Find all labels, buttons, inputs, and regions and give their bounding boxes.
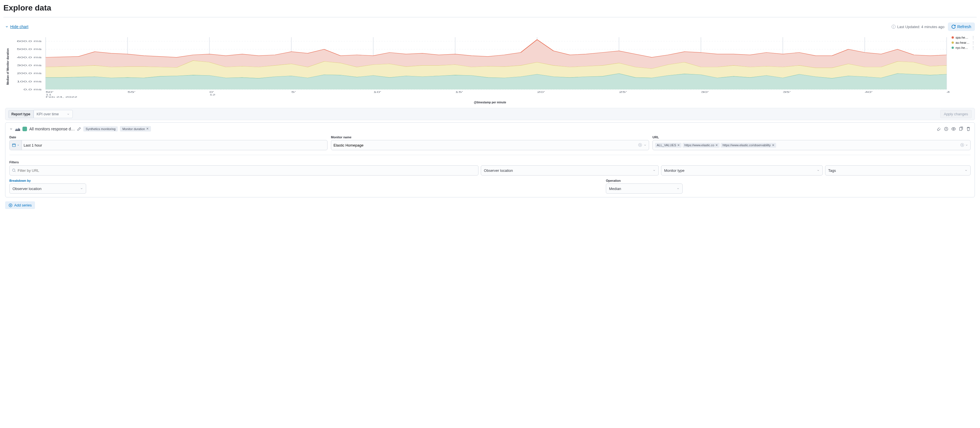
report-type-select[interactable]: KPI over time (33, 110, 73, 118)
svg-text:12: 12 (210, 94, 215, 96)
x-axis-label: @timestamp per minute (3, 101, 977, 104)
clear-icon[interactable]: ⓧ (638, 143, 642, 148)
svg-text:400.0 ms: 400.0 ms (17, 55, 41, 59)
svg-text:50': 50' (46, 90, 54, 94)
svg-text:600.0 ms: 600.0 ms (17, 40, 41, 43)
tag-remove-icon[interactable]: ✕ (146, 127, 149, 131)
report-type-value: KPI over time (37, 112, 59, 116)
chip-remove-icon[interactable]: ✕ (715, 143, 718, 147)
monitor-type-filter[interactable]: Monitor type (661, 165, 823, 176)
visibility-icon[interactable] (951, 127, 956, 131)
explore-icon[interactable] (944, 127, 948, 131)
tag-monitor-duration: Monitor duration ✕ (120, 126, 151, 132)
svg-text:0': 0' (210, 90, 214, 94)
hide-chart-link[interactable]: Hide chart (5, 24, 29, 29)
svg-text:35': 35' (783, 90, 791, 94)
report-type-label: Report type (8, 110, 33, 118)
date-label: Date (10, 135, 328, 139)
chevron-down-icon (5, 25, 8, 29)
svg-point-45 (13, 169, 15, 171)
operation-label: Operation (606, 179, 739, 182)
copy-icon[interactable] (959, 127, 963, 131)
legend-item[interactable]: spa-heartb…⋮ (951, 35, 975, 40)
date-picker[interactable]: Last 1 hour (10, 140, 328, 150)
delete-icon[interactable] (966, 127, 970, 131)
config-bar: Report type KPI over time Apply changes (5, 108, 975, 120)
svg-text:20': 20' (537, 90, 545, 94)
svg-rect-43 (959, 127, 962, 130)
svg-text:10': 10' (373, 90, 381, 94)
last-updated-text: Last Updated: 4 minutes ago (897, 25, 945, 29)
title-separator (3, 17, 977, 17)
url-label: URL (652, 135, 970, 139)
page-title: Explore data (3, 3, 977, 13)
monitor-name-field[interactable] (334, 143, 636, 147)
legend-item[interactable]: au-heartbeat⋮ (951, 41, 975, 44)
url-input[interactable]: ALL_VALUES✕ https://www.elastic.co✕ http… (652, 140, 970, 150)
chart-legend: spa-heartb…⋮au-heartbeat⋮nyc-heartb…⋮ (949, 35, 975, 98)
search-icon (12, 168, 16, 173)
chip-remove-icon[interactable]: ✕ (772, 143, 775, 147)
svg-text:55': 55' (128, 90, 135, 94)
svg-text:30': 30' (701, 90, 709, 94)
legend-item[interactable]: nyc-heartb…⋮ (951, 46, 975, 50)
svg-text:500.0 ms: 500.0 ms (17, 48, 41, 51)
chevron-down-icon[interactable] (965, 144, 968, 147)
url-chip-2: https://www.elastic.co/observability✕ (721, 143, 776, 148)
edit-icon[interactable] (77, 127, 81, 131)
legend-menu-icon[interactable]: ⋮ (972, 46, 975, 50)
filter-url-field[interactable] (18, 168, 476, 173)
legend-menu-icon[interactable]: ⋮ (972, 41, 975, 44)
series-name: All monitors response d… (29, 127, 75, 131)
svg-text:5': 5' (291, 90, 296, 94)
area-chart-icon (15, 127, 20, 131)
attach-icon[interactable] (937, 127, 941, 131)
last-updated: i Last Updated: 4 minutes ago (892, 25, 945, 29)
svg-text:300.0 ms: 300.0 ms (17, 64, 41, 67)
refresh-icon (951, 25, 956, 29)
filters-label: Filters (10, 160, 19, 164)
breakdown-select[interactable]: Observer location (10, 184, 86, 194)
operation-select[interactable]: Median (606, 184, 682, 194)
date-value: Last 1 hour (24, 143, 42, 147)
observer-location-filter[interactable]: Observer location (481, 165, 659, 176)
chip-remove-icon[interactable]: ✕ (677, 143, 680, 147)
chevron-down-icon (67, 113, 70, 116)
y-axis-label: Median of Monitor duration (5, 35, 10, 98)
add-series-button[interactable]: Add series (5, 201, 35, 209)
clear-icon[interactable]: ⓧ (960, 143, 964, 148)
url-chip-all: ALL_VALUES✕ (655, 143, 681, 148)
svg-text:0.0 ms: 0.0 ms (24, 88, 42, 91)
svg-point-42 (953, 128, 954, 130)
chart-area[interactable]: 0.0 ms100.0 ms200.0 ms300.0 ms400.0 ms50… (10, 35, 949, 98)
tags-filter[interactable]: Tags (825, 165, 970, 176)
chevron-down-icon[interactable] (644, 144, 646, 147)
info-icon: i (892, 25, 896, 29)
svg-text:25': 25' (619, 90, 627, 94)
series-color-swatch[interactable] (22, 127, 27, 131)
svg-text:200.0 ms: 200.0 ms (17, 72, 41, 75)
svg-rect-44 (13, 144, 16, 147)
calendar-icon (10, 140, 22, 150)
svg-text:15': 15' (455, 90, 463, 94)
tag-synthetics: Synthetics monitoring (83, 126, 118, 132)
series-collapse-toggle[interactable] (10, 127, 13, 131)
plus-circle-icon (8, 203, 13, 207)
url-chip-1: https://www.elastic.co✕ (682, 143, 719, 148)
filter-url-input[interactable] (10, 165, 479, 176)
svg-point-41 (945, 127, 948, 131)
breakdown-label[interactable]: Breakdown by (10, 179, 142, 182)
series-panel: All monitors response d… Synthetics moni… (5, 122, 975, 197)
svg-text:45': 45' (947, 90, 949, 94)
svg-text:100.0 ms: 100.0 ms (17, 80, 41, 82)
hide-chart-label: Hide chart (10, 24, 29, 29)
refresh-button[interactable]: Refresh (948, 22, 975, 31)
apply-changes-button[interactable]: Apply changes (940, 110, 972, 118)
svg-text:Feb 24, 2022: Feb 24, 2022 (46, 96, 77, 98)
legend-menu-icon[interactable]: ⋮ (972, 35, 975, 40)
refresh-label: Refresh (957, 24, 971, 29)
monitor-name-input[interactable]: ⓧ (331, 140, 649, 150)
svg-text:40': 40' (865, 90, 873, 94)
monitor-name-label: Monitor name (331, 135, 649, 139)
add-series-label: Add series (14, 203, 32, 207)
